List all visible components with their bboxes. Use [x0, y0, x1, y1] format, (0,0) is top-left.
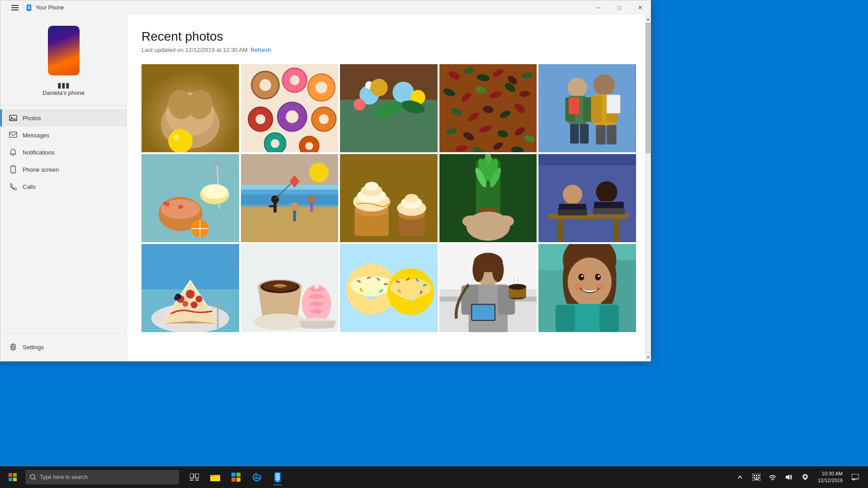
settings-icon — [9, 343, 17, 351]
photo-item[interactable] — [340, 154, 438, 242]
svg-point-108 — [309, 163, 329, 182]
svg-rect-89 — [607, 95, 620, 113]
svg-rect-248 — [231, 478, 236, 482]
photo-item[interactable] — [142, 244, 239, 332]
location-icon[interactable] — [798, 467, 812, 487]
svg-point-226 — [581, 275, 583, 277]
sidebar-item-calls[interactable]: Calls — [0, 178, 127, 195]
svg-point-206 — [492, 258, 504, 282]
svg-rect-245 — [210, 475, 215, 477]
start-button[interactable] — [2, 466, 24, 488]
sidebar-item-settings-label: Settings — [23, 344, 44, 351]
minimize-button[interactable]: ─ — [588, 0, 609, 15]
photo-item[interactable] — [241, 154, 339, 242]
svg-rect-255 — [754, 475, 755, 476]
svg-rect-211 — [472, 305, 495, 320]
sidebar-item-settings[interactable]: Settings — [0, 338, 127, 356]
photo-item[interactable] — [538, 244, 636, 332]
svg-point-223 — [568, 258, 612, 306]
photo-item[interactable] — [142, 64, 239, 152]
sidebar-item-notifications[interactable]: Notifications — [0, 144, 127, 161]
photo-item[interactable] — [439, 244, 537, 332]
task-view-icon — [190, 474, 199, 481]
photo-item[interactable] — [538, 64, 636, 152]
svg-rect-265 — [852, 474, 859, 479]
task-view-button[interactable] — [184, 467, 204, 487]
taskbar-search-text: Type here to search — [40, 474, 88, 480]
photo-item[interactable] — [241, 64, 339, 152]
scrollbar-up-arrow[interactable]: ▲ — [646, 15, 651, 23]
svg-point-224 — [579, 274, 585, 281]
file-explorer-button[interactable] — [205, 467, 225, 487]
photo-item[interactable] — [142, 154, 239, 242]
svg-point-180 — [314, 284, 319, 289]
taskbar-date-display: 12/12/2019 — [818, 477, 843, 484]
system-tray-expand[interactable] — [733, 467, 747, 487]
photo-item[interactable] — [241, 244, 339, 332]
svg-rect-247 — [236, 473, 241, 477]
svg-rect-104 — [241, 204, 339, 242]
scrollbar-track[interactable]: ▲ ▼ — [645, 15, 651, 361]
network-icon[interactable] — [765, 467, 780, 487]
phone-screen-image — [48, 26, 80, 75]
svg-rect-259 — [756, 477, 757, 479]
edge-icon — [252, 473, 261, 482]
svg-rect-230 — [599, 305, 619, 332]
photo-item[interactable] — [439, 64, 537, 152]
svg-rect-169 — [215, 304, 221, 305]
svg-point-167 — [191, 301, 198, 308]
photo-item[interactable] — [340, 244, 438, 332]
photo-item[interactable] — [340, 64, 438, 152]
svg-rect-2 — [11, 9, 19, 10]
svg-rect-156 — [594, 202, 624, 208]
svg-point-26 — [316, 82, 327, 94]
svg-rect-257 — [758, 475, 760, 476]
close-button[interactable]: ✕ — [630, 0, 651, 15]
sidebar-item-phone-screen-label: Phone screen — [23, 166, 59, 173]
your-phone-button[interactable] — [268, 467, 288, 487]
input-indicator[interactable] — [749, 467, 764, 487]
notification-icon — [852, 474, 859, 480]
svg-rect-82 — [569, 97, 580, 114]
svg-point-24 — [289, 75, 299, 85]
photo-item[interactable] — [439, 154, 537, 242]
store-button[interactable] — [226, 467, 246, 487]
messages-icon — [9, 131, 17, 139]
photo-item[interactable] — [538, 154, 636, 242]
volume-icon[interactable] — [782, 467, 796, 487]
svg-rect-236 — [13, 478, 17, 481]
phone-thumbnail — [48, 26, 80, 75]
refresh-link[interactable]: Refresh — [250, 47, 271, 53]
scrollbar-thumb[interactable] — [646, 15, 651, 153]
chevron-up-icon — [738, 475, 742, 479]
last-updated-text: Last updated on 12/12/2019 at 10:30 AM — [142, 47, 248, 53]
svg-point-227 — [598, 275, 600, 277]
hamburger-button[interactable] — [8, 0, 22, 15]
svg-rect-80 — [570, 124, 579, 144]
maximize-button[interactable]: □ — [609, 0, 630, 15]
photos-grid — [142, 64, 636, 332]
svg-point-237 — [30, 474, 35, 479]
phone-name: Daniela's phone — [42, 89, 85, 96]
taskbar-clock[interactable]: 10:30 AM 12/12/2019 — [814, 470, 846, 484]
speaker-icon — [785, 474, 793, 480]
svg-point-164 — [186, 290, 194, 298]
title-bar-title: Your Phone — [36, 5, 64, 11]
svg-rect-234 — [13, 473, 17, 477]
svg-rect-1 — [11, 7, 19, 8]
svg-point-22 — [259, 79, 271, 91]
app-icon — [26, 5, 32, 11]
taskbar-search[interactable]: Type here to search — [25, 470, 179, 484]
main-content: Recent photos Last updated on 12/12/2019… — [127, 15, 651, 361]
svg-point-34 — [270, 139, 279, 148]
scrollbar-down-arrow[interactable]: ▼ — [646, 353, 651, 361]
sidebar-item-phone-screen[interactable]: Phone screen — [0, 161, 127, 178]
svg-rect-88 — [607, 125, 617, 145]
sidebar-item-messages[interactable]: Messages — [0, 127, 127, 144]
edge-button[interactable] — [247, 467, 267, 487]
action-center-icon[interactable] — [848, 467, 863, 487]
svg-rect-240 — [195, 474, 199, 478]
sidebar-item-photos[interactable]: Photos — [0, 109, 127, 127]
svg-rect-261 — [755, 479, 759, 480]
taskbar-time-display: 10:30 AM — [818, 470, 843, 477]
